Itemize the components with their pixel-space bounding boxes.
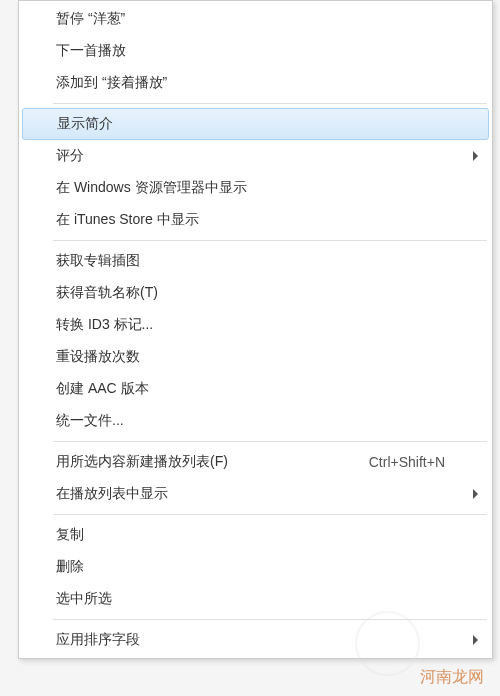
menu-item-show-in-explorer[interactable]: 在 Windows 资源管理器中显示: [21, 172, 490, 204]
menu-item-get-info[interactable]: 显示简介: [22, 108, 489, 140]
menu-item-label: 获取专辑插图: [56, 252, 460, 270]
menu-item-delete[interactable]: 删除: [21, 551, 490, 583]
chevron-right-icon: [473, 151, 478, 161]
menu-item-label: 选中所选: [56, 590, 460, 608]
menu-item-add-to-up-next[interactable]: 添加到 “接着播放”: [21, 67, 490, 99]
menu-item-label: 暂停 “洋葱”: [56, 10, 460, 28]
chevron-right-icon: [473, 489, 478, 499]
menu-item-label: 在播放列表中显示: [56, 485, 460, 503]
menu-item-label: 用所选内容新建播放列表(F): [56, 453, 369, 471]
menu-item-label: 重设播放次数: [56, 348, 460, 366]
menu-item-rating[interactable]: 评分: [21, 140, 490, 172]
context-menu: 暂停 “洋葱”下一首播放添加到 “接着播放”显示简介评分在 Windows 资源…: [18, 0, 493, 659]
chevron-right-icon: [473, 635, 478, 645]
menu-item-label: 获得音轨名称(T): [56, 284, 460, 302]
menu-item-label: 创建 AAC 版本: [56, 380, 460, 398]
menu-item-consolidate-files[interactable]: 统一文件...: [21, 405, 490, 437]
menu-item-label: 统一文件...: [56, 412, 460, 430]
menu-item-pause-onion[interactable]: 暂停 “洋葱”: [21, 3, 490, 35]
watermark-decoration: [355, 611, 420, 676]
menu-item-label: 显示简介: [57, 115, 459, 133]
menu-item-show-in-playlist[interactable]: 在播放列表中显示: [21, 478, 490, 510]
menu-item-get-track-names[interactable]: 获得音轨名称(T): [21, 277, 490, 309]
menu-item-label: 下一首播放: [56, 42, 460, 60]
menu-item-create-aac[interactable]: 创建 AAC 版本: [21, 373, 490, 405]
menu-item-label: 在 Windows 资源管理器中显示: [56, 179, 460, 197]
menu-item-label: 复制: [56, 526, 460, 544]
menu-separator: [53, 441, 487, 442]
menu-item-label: 在 iTunes Store 中显示: [56, 211, 460, 229]
menu-separator: [53, 619, 487, 620]
menu-item-play-next[interactable]: 下一首播放: [21, 35, 490, 67]
menu-separator: [53, 240, 487, 241]
menu-item-show-in-store[interactable]: 在 iTunes Store 中显示: [21, 204, 490, 236]
menu-item-copy[interactable]: 复制: [21, 519, 490, 551]
menu-item-label: 添加到 “接着播放”: [56, 74, 460, 92]
menu-item-label: 转换 ID3 标记...: [56, 316, 460, 334]
menu-item-shortcut: Ctrl+Shift+N: [369, 454, 460, 470]
menu-item-get-album-art[interactable]: 获取专辑插图: [21, 245, 490, 277]
menu-separator: [53, 103, 487, 104]
menu-item-new-playlist-selection[interactable]: 用所选内容新建播放列表(F)Ctrl+Shift+N: [21, 446, 490, 478]
menu-item-uncheck-selection[interactable]: 选中所选: [21, 583, 490, 615]
menu-item-convert-id3[interactable]: 转换 ID3 标记...: [21, 309, 490, 341]
menu-item-label: 删除: [56, 558, 460, 576]
menu-item-reset-play-count[interactable]: 重设播放次数: [21, 341, 490, 373]
watermark-text: 河南龙网: [420, 667, 484, 688]
menu-separator: [53, 514, 487, 515]
menu-item-label: 评分: [56, 147, 460, 165]
